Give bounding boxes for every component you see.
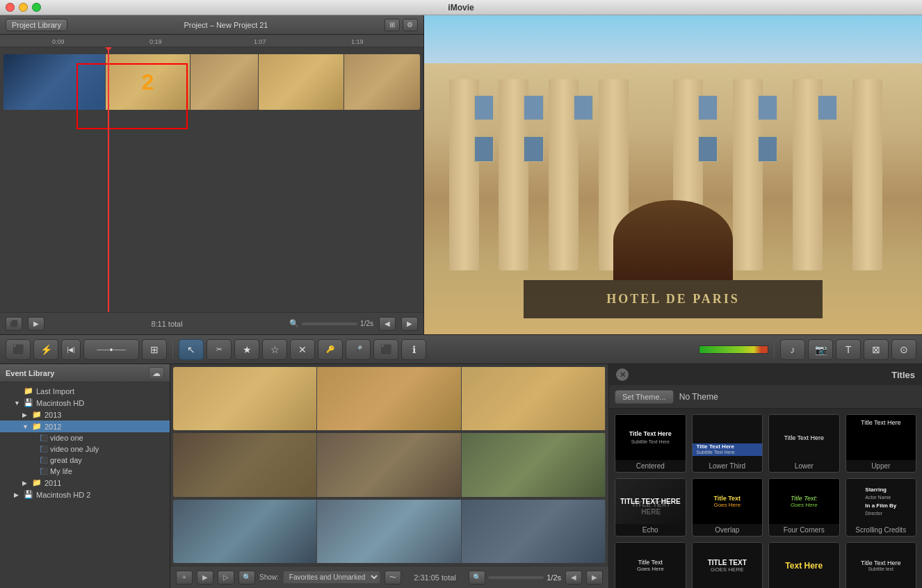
project-library-button[interactable]: Project Library	[6, 19, 67, 31]
title-card-echo[interactable]: TITLE TEXT HERE TITLE TEXT HERE Echo	[615, 478, 686, 537]
titles-header: ✕ Titles	[609, 364, 922, 386]
tree-item-2013[interactable]: ▶ 📁 2013	[0, 409, 170, 420]
maps-button[interactable]: ⊙	[891, 339, 916, 360]
event-strip-3[interactable]	[173, 500, 606, 563]
title-card-sideways-drift[interactable]: TITLE TEXT GOES HERE Sideways Drift	[692, 542, 763, 588]
trim-clip-button[interactable]: ✂	[207, 339, 232, 360]
title-card-label: Lower Third	[709, 460, 745, 472]
browser-zoom-slider[interactable]	[488, 576, 544, 579]
titlebar: iMovie	[0, 0, 922, 15]
tree-item-last-import[interactable]: 📁 Last Import	[0, 385, 170, 397]
swap-icon[interactable]: ⊞	[385, 19, 400, 31]
nav-left-btn[interactable]: ◀	[379, 317, 396, 331]
sidebar-item-label: 2012	[45, 423, 61, 431]
titles-panel-title: Titles	[891, 370, 915, 380]
title-card-scrolling-credits[interactable]: Starring Actor Name In a Film By Directo…	[846, 478, 917, 537]
project-header: Project Library Project – New Project 21…	[0, 15, 423, 35]
zoom-event-btn[interactable]: 🔍	[238, 571, 255, 585]
nav-right-btn[interactable]: ▶	[401, 317, 418, 331]
zoom-controls: 🔍 1/2s	[289, 319, 373, 328]
play-selected-btn[interactable]: ▷	[218, 571, 234, 585]
close-button[interactable]	[6, 3, 15, 12]
photo-button[interactable]: 📷	[808, 339, 833, 360]
tree-item-great-day[interactable]: ⬛ great day	[0, 455, 170, 466]
transitions-button[interactable]: ⊠	[864, 339, 889, 360]
title-card-vertical-drift[interactable]: Text Here Vertical Drift	[768, 542, 840, 588]
library-icon-btn[interactable]: ☁	[149, 367, 164, 379]
title-preview-echo: TITLE TEXT HERE TITLE TEXT HERE	[615, 479, 686, 524]
event-thumb-1	[173, 367, 317, 430]
keyword-button[interactable]: 🔑	[318, 339, 343, 360]
title-card-four-corners[interactable]: Title Text: Goes Here Four Corners	[768, 478, 840, 537]
clip-number: 2	[142, 70, 154, 95]
sidebar-item-label: video one	[50, 434, 83, 442]
title-preview-sideways: TITLE TEXT GOES HERE	[693, 543, 763, 588]
title-card-overlap[interactable]: Title Text Goes Here Overlap	[692, 478, 763, 537]
title-preview-lower-third: Title Text Here Subtitle Text Here	[693, 415, 763, 460]
duration-text: 8:11 total	[50, 320, 284, 328]
clip-thumb-2: 2	[106, 54, 191, 110]
title-card-lower[interactable]: Title Text Here Lower	[768, 414, 840, 473]
event-thumb-2	[317, 367, 461, 430]
event-thumb-5	[317, 433, 461, 496]
window-buttons	[6, 3, 41, 12]
toolbar-right: ♪ 📷 T ⊠ ⊙	[699, 339, 916, 360]
add-to-project-btn[interactable]: +	[176, 571, 193, 585]
crop-button[interactable]: ⬛	[373, 339, 398, 360]
action-button[interactable]: ⚡	[33, 339, 58, 360]
tree-item-video-one-july[interactable]: ⬛ video one July	[0, 443, 170, 455]
zoom-slider[interactable]	[302, 322, 357, 325]
separator-2	[774, 341, 775, 358]
thumbnail-slider[interactable]: ——●——	[83, 339, 139, 360]
grid-view-button[interactable]: ⊞	[142, 339, 167, 360]
info-button[interactable]: ℹ	[401, 339, 426, 360]
title-card-lower-third[interactable]: Title Text Here Subtitle Text Here Lower…	[692, 414, 763, 473]
trim-button[interactable]: |◀|	[61, 339, 81, 360]
music-button[interactable]: ♪	[780, 339, 805, 360]
tree-item-my-life[interactable]: ⬛ My life	[0, 466, 170, 477]
action-icon[interactable]: ⚙	[403, 19, 418, 31]
tree-item-2012[interactable]: ▼ 📁 2012	[0, 420, 170, 432]
browser-duration: 2:31:05 total	[405, 573, 464, 582]
titles-button[interactable]: T	[836, 339, 861, 360]
audio-waveform-btn[interactable]: 〜	[385, 571, 401, 585]
title-preview-scrolling: Starring Actor Name In a Film By Directo…	[846, 479, 916, 524]
sideways-preview-text: TITLE TEXT GOES HERE	[708, 559, 747, 573]
clip-thumb-4	[259, 54, 343, 110]
reject-button[interactable]: ✕	[290, 339, 315, 360]
maximize-button[interactable]	[32, 3, 41, 12]
tree-item-macintosh-hd-2[interactable]: ▶ 💾 Macintosh HD 2	[0, 489, 170, 500]
set-theme-button[interactable]: Set Theme...	[615, 390, 674, 404]
audio-enhance-button[interactable]: 🎤	[346, 339, 371, 360]
top-section: Project Library Project – New Project 21…	[0, 15, 922, 335]
clip-strip[interactable]: 2	[3, 54, 420, 110]
event-strip-2[interactable]	[173, 433, 606, 496]
audio-meter	[699, 345, 768, 354]
select-tool-button[interactable]: ↖	[179, 339, 204, 360]
stop-button[interactable]: ⬛	[6, 317, 22, 331]
play-button[interactable]: ▶	[28, 317, 45, 331]
title-card-upper[interactable]: Title Text Here Upper	[846, 414, 917, 473]
play-event-btn[interactable]: ▶	[197, 571, 213, 585]
title-card-label: Lower	[795, 460, 814, 472]
nav-prev-btn[interactable]: ◀	[565, 571, 582, 585]
theme-name: No Theme	[679, 392, 718, 402]
title-card-drifting[interactable]: Title Text Goes Here Drifting	[615, 542, 686, 588]
event-browser-content	[170, 364, 608, 566]
folder-icon: 📁	[32, 422, 42, 431]
show-select[interactable]: Favorites and Unmarked All Clips Favorit…	[283, 571, 380, 584]
close-titles-button[interactable]: ✕	[616, 368, 629, 381]
browser-zoom-btn[interactable]: 🔍	[469, 571, 485, 585]
favorite-button[interactable]: ★	[234, 339, 259, 360]
tree-item-macintosh-hd[interactable]: ▼ 💾 Macintosh HD	[0, 397, 170, 409]
unfavorite-button[interactable]: ☆	[262, 339, 287, 360]
minimize-button[interactable]	[19, 3, 28, 12]
nav-next-btn[interactable]: ▶	[586, 571, 603, 585]
clip-view-button[interactable]: ⬛	[6, 339, 31, 360]
title-card-centered[interactable]: Title Text Here Subtitle Text Here Cente…	[615, 414, 686, 473]
tree-item-2011[interactable]: ▶ 📁 2011	[0, 477, 170, 489]
sidebar-item-label: Macintosh HD 2	[36, 491, 90, 499]
tree-item-video-one[interactable]: ⬛ video one	[0, 432, 170, 443]
title-card-zoom[interactable]: Title Text Here Subtitle text Zoom	[846, 542, 917, 588]
event-strip-1[interactable]	[173, 367, 606, 430]
